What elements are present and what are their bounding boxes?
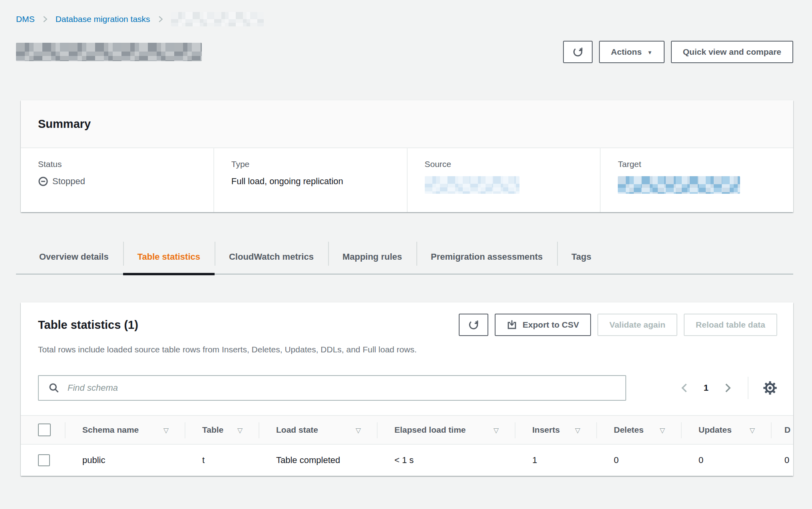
target-endpoint-link-redacted[interactable]: [618, 176, 740, 194]
tab-label: CloudWatch metrics: [229, 252, 314, 262]
summary-body: Status Stopped Type Full load, ongoing r…: [21, 148, 793, 212]
column-header-table[interactable]: Table: [185, 416, 259, 444]
table-statistics-description: Total rows include loaded source table r…: [21, 336, 793, 354]
summary-title: Summary: [38, 117, 91, 131]
sort-icon: [237, 425, 243, 435]
refresh-icon: [468, 320, 479, 330]
actions-dropdown-button[interactable]: Actions: [599, 41, 665, 63]
task-detail-tabs: Overview details Table statistics CloudW…: [16, 240, 793, 274]
type-value: Full load, ongoing replication: [231, 176, 399, 187]
breadcrumb-link-tasks[interactable]: Database migration tasks: [56, 14, 150, 24]
table-statistics-title: Table statistics (1): [38, 318, 138, 332]
breadcrumb-link-dms[interactable]: DMS: [16, 14, 35, 24]
cell-table: t: [185, 445, 259, 476]
tab-table-statistics[interactable]: Table statistics: [123, 240, 215, 274]
source-endpoint-link-redacted[interactable]: [425, 176, 519, 194]
tab-label: Table statistics: [137, 252, 200, 262]
chevron-down-icon: [647, 47, 653, 57]
column-header-schema-name[interactable]: Schema name: [65, 416, 185, 444]
reload-table-data-button[interactable]: Reload table data: [684, 314, 777, 336]
column-header-elapsed-load-time[interactable]: Elapsed load time: [377, 416, 515, 444]
type-label: Type: [231, 159, 399, 169]
table-row: public t Table completed < 1 s 1 0 0 0: [21, 445, 793, 476]
find-schema-input[interactable]: [38, 375, 626, 401]
current-page-button[interactable]: 1: [702, 383, 710, 393]
tab-label: Tags: [571, 252, 591, 262]
column-label: Elapsed load time: [394, 425, 466, 435]
stopped-status-icon: [38, 176, 48, 187]
table-statistics-table: Schema name Table Load state Elapsed loa…: [21, 415, 793, 476]
export-csv-button[interactable]: Export to CSV: [495, 314, 591, 336]
select-all-checkbox[interactable]: [38, 424, 51, 436]
column-header-deletes[interactable]: Deletes: [596, 416, 681, 444]
next-page-button[interactable]: [722, 382, 733, 394]
cell-ddls: 0: [771, 445, 793, 476]
pagination: 1: [679, 377, 777, 399]
previous-page-button[interactable]: [679, 382, 690, 394]
column-header-inserts[interactable]: Inserts: [515, 416, 596, 444]
search-icon: [48, 382, 60, 394]
preferences-button[interactable]: [763, 381, 777, 395]
breadcrumb-current-redacted: [171, 12, 264, 26]
reload-table-data-label: Reload table data: [696, 320, 765, 330]
download-icon: [507, 320, 517, 330]
tab-cloudwatch-metrics[interactable]: CloudWatch metrics: [215, 240, 328, 274]
status-value: Stopped: [38, 176, 205, 187]
tab-label: Mapping rules: [342, 252, 402, 262]
table-toolbar: 1: [21, 354, 793, 415]
tab-label: Premigration assessments: [431, 252, 543, 262]
cell-elapsed-load-time: < 1 s: [377, 445, 515, 476]
refresh-button[interactable]: [563, 41, 593, 63]
toolbar-divider: [748, 377, 748, 399]
table-statistics-header: Table statistics (1): [21, 302, 793, 336]
column-header-load-state[interactable]: Load state: [259, 416, 377, 444]
column-label: D: [784, 425, 790, 435]
sort-icon: [356, 425, 361, 435]
tab-overview-details[interactable]: Overview details: [25, 240, 123, 274]
page-header-actions: Actions Quick view and compare: [563, 41, 793, 63]
table-statistics-panel: Table statistics (1): [21, 302, 793, 476]
column-label: Table: [202, 425, 223, 435]
actions-dropdown-label: Actions: [611, 47, 642, 57]
export-csv-label: Export to CSV: [523, 320, 579, 330]
tab-label: Overview details: [39, 252, 109, 262]
refresh-icon: [573, 47, 583, 57]
task-name-redacted: [16, 43, 202, 61]
sort-icon: [575, 425, 580, 435]
tab-premigration-assessments[interactable]: Premigration assessments: [416, 240, 557, 274]
column-header-updates[interactable]: Updates: [681, 416, 771, 444]
cell-load-state: Table completed: [259, 445, 377, 476]
dms-task-page: DMS Database migration tasks Actions: [0, 12, 812, 476]
validate-again-label: Validate again: [609, 320, 665, 330]
sort-icon: [660, 425, 665, 435]
summary-panel-header: Summary: [21, 100, 793, 148]
page-header: Actions Quick view and compare: [16, 41, 793, 63]
source-label: Source: [425, 159, 592, 169]
column-header-ddls[interactable]: D: [771, 416, 793, 444]
breadcrumb-chevron-icon: [41, 15, 49, 23]
column-label: Schema name: [82, 425, 139, 435]
validate-again-button[interactable]: Validate again: [597, 314, 677, 336]
target-label: Target: [618, 159, 785, 169]
table-header-row: Schema name Table Load state Elapsed loa…: [21, 416, 793, 445]
column-label: Deletes: [614, 425, 644, 435]
table-statistics-actions: Export to CSV Validate again Reload tabl…: [459, 314, 777, 336]
cell-deletes: 0: [596, 445, 681, 476]
summary-panel: Summary Status Stopped Type Full load,: [21, 100, 793, 212]
summary-source-field: Source: [407, 148, 600, 212]
tab-tags[interactable]: Tags: [557, 240, 606, 274]
gear-icon: [763, 381, 777, 395]
quick-view-compare-label: Quick view and compare: [683, 47, 781, 57]
tab-mapping-rules[interactable]: Mapping rules: [328, 240, 416, 274]
cell-schema-name: public: [65, 445, 185, 476]
row-checkbox[interactable]: [38, 454, 50, 466]
sort-icon: [163, 425, 169, 435]
quick-view-compare-button[interactable]: Quick view and compare: [671, 41, 793, 63]
breadcrumb-chevron-icon: [157, 15, 165, 23]
table-refresh-button[interactable]: [459, 314, 488, 336]
status-label: Status: [38, 159, 205, 169]
column-label: Load state: [276, 425, 318, 435]
summary-target-field: Target: [600, 148, 793, 212]
cell-inserts: 1: [515, 445, 596, 476]
summary-type-field: Type Full load, ongoing replication: [213, 148, 407, 212]
